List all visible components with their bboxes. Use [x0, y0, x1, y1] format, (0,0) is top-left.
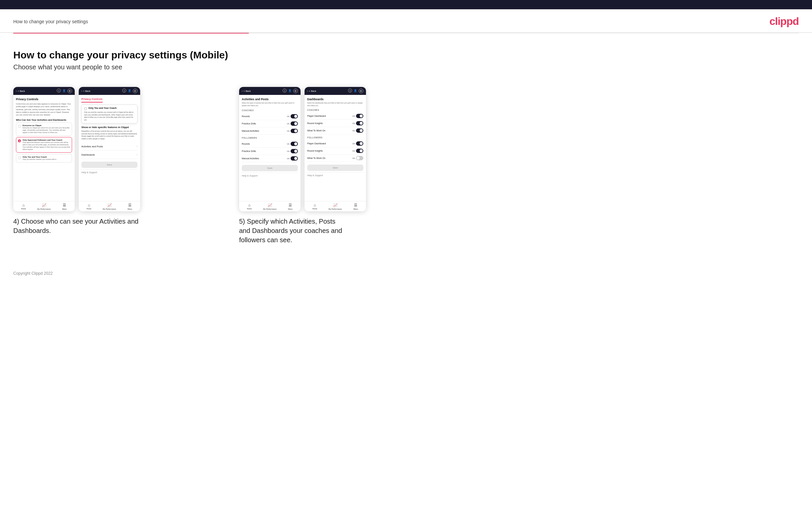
- nav-home-3[interactable]: ⌂ Home: [239, 203, 260, 210]
- search-icon-4[interactable]: ⚲: [348, 89, 352, 93]
- phone-4: ‹ < Back ⚲ 👤 ⊕ Dashboards Select the das…: [305, 87, 366, 211]
- help-support-3: Help & Support: [242, 173, 298, 178]
- nav-perf-4[interactable]: 📈 My Performance: [325, 203, 346, 210]
- tooltip-desc: Only you and the coaches you connect wit…: [84, 111, 135, 121]
- d-coaches-player-on: ON: [352, 115, 355, 117]
- phone2-back[interactable]: ‹ < Back: [81, 90, 90, 92]
- radio-only-you: [18, 156, 21, 159]
- toggle-d-coaches-insights-switch[interactable]: [356, 121, 363, 125]
- menu-dashboards[interactable]: Dashboards ›: [81, 151, 138, 159]
- toggle-d-coaches-player-switch[interactable]: [356, 114, 363, 118]
- d-coaches-insights-group: ON: [352, 121, 363, 125]
- nav-perf-3[interactable]: 📈 My Performance: [260, 203, 280, 210]
- phone1-who-can-see: Who Can See Your Activities and Dashboar…: [16, 119, 72, 121]
- phone-2: ‹ < Back ⚲ 👤 ⊕ Privacy Controls: [79, 87, 140, 211]
- option-only-you[interactable]: Only You and Your Coach Only you and the…: [16, 154, 72, 163]
- radio-approved: [18, 139, 21, 143]
- phone2-back-label: < Back: [83, 90, 90, 92]
- person-icon-2[interactable]: 👤: [128, 89, 132, 93]
- back-chevron: ‹: [16, 90, 16, 92]
- followers-manual-on: ON: [287, 158, 290, 160]
- coaches-manual-on: ON: [287, 130, 290, 132]
- nav-menu-label-3: Menu: [288, 208, 293, 210]
- followers-drills-on: ON: [287, 150, 290, 152]
- caption-5-line1: 5) Specify which Activities, Posts: [239, 218, 336, 225]
- option-only-you-desc: Only you and the coaches you connect wit…: [22, 158, 56, 161]
- phone4-dash-desc: Select the dashboards that you'd like to…: [307, 102, 363, 107]
- followers-manual-toggle-group: ON: [287, 156, 298, 161]
- search-icon-2[interactable]: ⚲: [122, 89, 126, 93]
- plus-circle-icon-4[interactable]: ⊕: [359, 89, 363, 93]
- toggle-d-followers-player-switch[interactable]: [356, 142, 363, 146]
- coaches-manual-toggle-group: ON: [287, 129, 298, 133]
- d-followers-workOn-on: ON: [352, 157, 355, 159]
- toggle-d-followers-insights-switch[interactable]: [356, 149, 363, 153]
- nav-perf-2[interactable]: 📈 My Performance: [99, 203, 120, 210]
- dashboards-label: Dashboards: [81, 153, 95, 156]
- nav-menu-4[interactable]: ☰ Menu: [345, 203, 366, 210]
- nav-perf-label-1: My Performance: [37, 208, 50, 210]
- option-everyone[interactable]: Everyone on Clippd Everyone on Clippd ca…: [16, 122, 72, 136]
- home-icon-1: ⌂: [22, 203, 25, 207]
- back-chevron-2: ‹: [81, 90, 82, 92]
- menu-activities[interactable]: Activities and Posts ›: [81, 143, 138, 151]
- phone4-back[interactable]: ‹ < Back: [307, 90, 316, 92]
- phone1-back-label: < Back: [17, 90, 25, 92]
- person-icon-3[interactable]: 👤: [288, 89, 292, 93]
- phone1-nav: ⌂ Home 📈 My Performance ☰ Menu: [13, 201, 75, 211]
- chevron-activities: ›: [137, 145, 138, 148]
- toggle-followers-rounds-switch[interactable]: [291, 142, 298, 146]
- phone4-topbar: ‹ < Back ⚲ 👤 ⊕: [305, 87, 366, 95]
- nav-perf-label-3: My Performance: [263, 208, 276, 210]
- coaches-rounds-label: Rounds: [242, 115, 250, 117]
- toggle-d-coaches-workOn-switch[interactable]: [356, 128, 363, 133]
- toggle-coaches-drills-switch[interactable]: [291, 121, 298, 126]
- logo: clippd: [769, 15, 799, 27]
- chevron-dashboards: ›: [137, 153, 138, 156]
- nav-perf-1[interactable]: 📈 My Performance: [34, 203, 54, 210]
- menu-icon-2: ☰: [128, 203, 132, 207]
- toggle-followers-manual-switch[interactable]: [291, 156, 298, 161]
- toggle-d-followers-workOn-switch[interactable]: [356, 156, 363, 160]
- d-followers-player-label: Player Dashboard: [307, 143, 326, 145]
- plus-circle-icon[interactable]: ⊕: [67, 89, 72, 93]
- phone3-back[interactable]: ‹ < Back: [242, 90, 251, 92]
- nav-menu-3[interactable]: ☰ Menu: [280, 203, 301, 210]
- person-icon[interactable]: 👤: [62, 89, 66, 93]
- phone2-tab[interactable]: Privacy Controls: [81, 98, 103, 103]
- phone1-icons: ⚲ 👤 ⊕: [57, 89, 72, 93]
- option-approved[interactable]: Only Approved Followers and Your Coach O…: [16, 137, 72, 153]
- toggle-coaches-manual-switch[interactable]: [291, 129, 298, 133]
- phone3-topbar: ‹ < Back ⚲ 👤 ⊕: [239, 87, 301, 95]
- save-btn-4[interactable]: Save: [307, 165, 363, 171]
- nav-menu-1[interactable]: ☰ Menu: [54, 203, 75, 210]
- nav-menu-2[interactable]: ☰ Menu: [119, 203, 140, 210]
- save-btn-2[interactable]: Save: [81, 162, 138, 168]
- toggle-coaches-rounds-switch[interactable]: [291, 114, 298, 118]
- menu-icon-1: ☰: [63, 203, 66, 207]
- toggle-followers-drills-switch[interactable]: [291, 149, 298, 153]
- plus-circle-icon-2[interactable]: ⊕: [133, 89, 138, 93]
- nav-home-2[interactable]: ⌂ Home: [79, 203, 99, 210]
- toggle-followers-manual: Manual Activities ON: [242, 155, 298, 162]
- d-coaches-workOn-label: What To Work On: [307, 129, 325, 132]
- tooltip-box: Only You and Your Coach Only you and the…: [81, 105, 138, 123]
- save-btn-3[interactable]: Save: [242, 165, 298, 171]
- nav-home-4[interactable]: ⌂ Home: [305, 203, 325, 210]
- toggle-d-coaches-workOn: What To Work On ON: [307, 127, 363, 134]
- option-approved-label: Only Approved Followers and Your Coach: [22, 139, 70, 141]
- phone1-back[interactable]: ‹ < Back: [16, 90, 25, 92]
- search-icon[interactable]: ⚲: [57, 89, 61, 93]
- d-coaches-workOn-group: ON: [352, 128, 363, 133]
- toggle-coaches-rounds: Rounds ON: [242, 113, 298, 120]
- search-icon-3[interactable]: ⚲: [283, 89, 287, 93]
- phone4-back-label: < Back: [309, 90, 316, 92]
- nav-home-1[interactable]: ⌂ Home: [13, 203, 34, 210]
- followers-rounds-toggle-group: ON: [287, 142, 298, 146]
- d-coaches-insights-label: Round Insights: [307, 122, 323, 124]
- menu-icon-3: ☰: [289, 203, 292, 207]
- person-icon-4[interactable]: 👤: [353, 89, 357, 93]
- phone-1: ‹ < Back ⚲ 👤 ⊕ Privacy Controls Control …: [13, 87, 75, 211]
- plus-circle-icon-3[interactable]: ⊕: [293, 89, 298, 93]
- caption-5-line2: and Dashboards your coaches and: [239, 227, 342, 234]
